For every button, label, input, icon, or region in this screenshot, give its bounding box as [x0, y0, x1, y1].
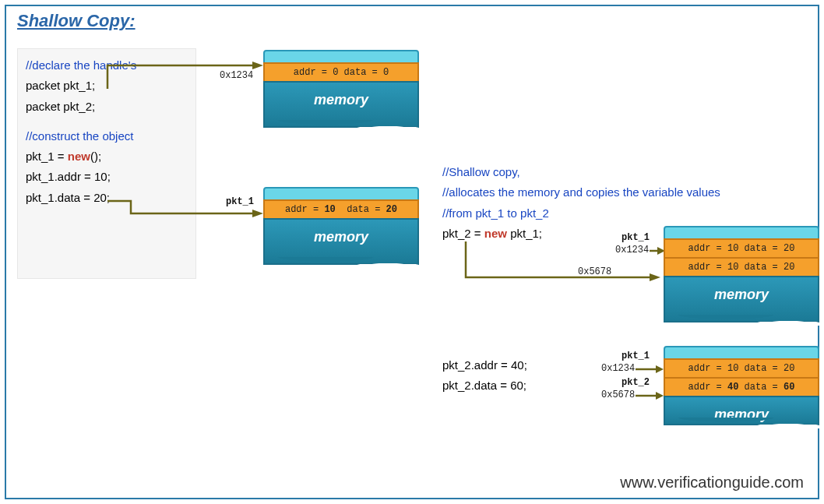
svg-marker-1 — [252, 210, 263, 217]
code-text: pkt_1 = — [26, 150, 68, 163]
svg-marker-2 — [650, 273, 660, 281]
memory-block-3: addr = 10 data = 20 addr = 10 data = 20 … — [664, 226, 819, 322]
ptr-addr-label: 0x1234 — [220, 70, 253, 81]
code-comment: //allocates the memory and copies the va… — [442, 182, 808, 203]
ptr-name-label: pkt_1 — [622, 351, 650, 361]
footer-url: www.verificationguide.com — [620, 474, 804, 492]
mem-row: addr = 10 data = 20 — [263, 199, 419, 220]
ptr-addr-label: 0x1234 — [615, 245, 649, 256]
mem-text: data = — [738, 382, 784, 393]
code-line: packet pkt_2; — [26, 97, 188, 117]
code-line: pkt_1.addr = 10; — [26, 167, 188, 187]
code-line: pkt_2.data = 60; — [442, 375, 527, 396]
code-comment: //from pkt_1 to pkt_2 — [442, 203, 808, 224]
mem-value: 40 — [727, 382, 738, 393]
arrow-pkt1-to-mem3 — [650, 245, 665, 257]
arrow-pkt1-to-mem4 — [636, 363, 664, 375]
mem-body: memory — [664, 396, 819, 425]
assign-text: pkt_2.addr = 40; pkt_2.data = 60; — [442, 355, 527, 397]
mem-value: 60 — [784, 382, 794, 393]
keyword-new: new — [68, 150, 90, 163]
code-line: pkt_2.addr = 40; — [442, 355, 527, 375]
mem-row: addr = 10 data = 20 — [664, 257, 819, 277]
mem-row: addr = 40 data = 60 — [664, 377, 819, 397]
arrow-pkt2-to-mem4 — [636, 389, 664, 402]
ptr-name-label: pkt_1 — [622, 232, 650, 243]
code-line: pkt_1 = new(); — [26, 146, 188, 167]
memory-block-1: addr = 0 data = 0 memory — [263, 50, 419, 128]
title: Shallow Copy: — [17, 11, 136, 31]
svg-marker-4 — [656, 365, 664, 373]
svg-marker-0 — [252, 62, 263, 69]
ptr-addr-label: 0x5678 — [601, 389, 635, 400]
memory-block-2: addr = 10 data = 20 memory — [263, 187, 419, 265]
ptr-name-label: pkt_2 — [622, 377, 650, 388]
ptr-name-label: pkt_1 — [226, 196, 254, 207]
mem-label: memory — [265, 220, 417, 245]
svg-marker-5 — [656, 392, 664, 400]
mem-row: addr = 10 data = 20 — [664, 238, 819, 259]
mem-row: addr = 10 data = 20 — [664, 358, 819, 379]
memory-block-4: addr = 10 data = 20 addr = 40 data = 60 … — [664, 346, 819, 425]
code-text: pkt_1; — [507, 227, 542, 240]
ptr-addr-label: 0x5678 — [578, 266, 611, 277]
ptr-addr-label: 0x1234 — [601, 363, 635, 374]
mem-body: memory — [263, 81, 419, 128]
code-text: (); — [90, 150, 101, 163]
keyword-new: new — [484, 227, 507, 240]
mem-label: memory — [665, 277, 818, 303]
code-text: pkt_2 = — [442, 227, 484, 240]
mem-label: memory — [265, 83, 417, 108]
diagram-frame: Shallow Copy: //declare the handle's pac… — [5, 5, 819, 499]
mem-body: memory — [263, 218, 419, 265]
code-comment: //construct the object — [26, 126, 188, 146]
mem-label: memory — [665, 397, 818, 423]
code-comment: //Shallow copy, — [442, 162, 808, 182]
mem-text: addr = — [688, 382, 727, 393]
mem-row: addr = 0 data = 0 — [263, 62, 419, 83]
mem-body: memory — [664, 276, 819, 322]
